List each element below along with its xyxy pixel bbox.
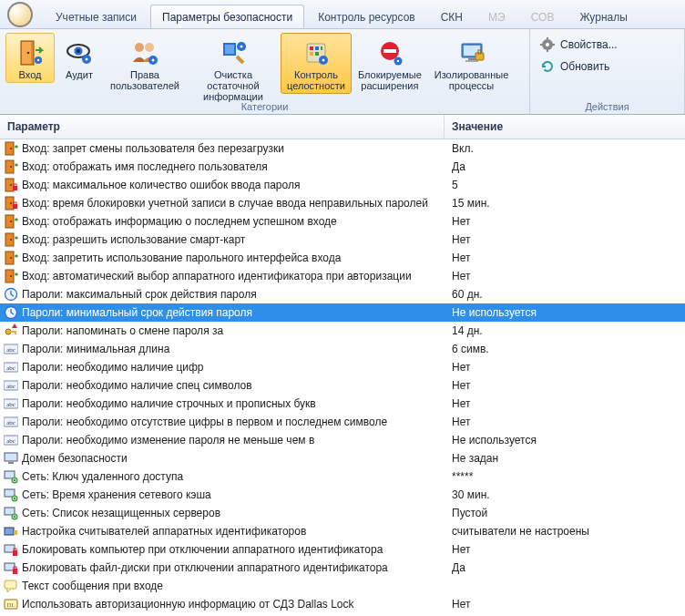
cell-param: Домен безопасности xyxy=(0,451,445,466)
door-lock-icon xyxy=(4,178,18,192)
table-row[interactable]: Пароли: минимальный срок действия пароля… xyxy=(0,303,685,322)
cell-param: Вход: запрет смены пользователя без пере… xyxy=(0,141,445,156)
cell-value: Нет xyxy=(445,252,685,264)
param-text: Пароли: необходимо наличие цифр xyxy=(22,361,204,374)
table-row[interactable]: Пароли: необходимо отсутствие цифры в пе… xyxy=(0,413,685,431)
table-row[interactable]: Блокировать компьютер при отключении апп… xyxy=(0,540,685,559)
gear-icon xyxy=(540,37,555,52)
col-header-param[interactable]: Параметр xyxy=(0,115,445,139)
table-row[interactable]: Пароли: максимальный срок действия парол… xyxy=(0,285,685,303)
table-row[interactable]: Сеть: Ключ удаленного доступа***** xyxy=(0,467,685,486)
table-row[interactable]: Вход: отображать информацию о последнем … xyxy=(0,212,685,231)
door-icon xyxy=(4,159,18,174)
svg-rect-20 xyxy=(315,46,319,50)
table-row[interactable]: Сеть: Список незащищенных серверовПустой xyxy=(0,504,685,522)
cell-param: Пароли: необходимо наличие цифр xyxy=(0,360,445,375)
svg-rect-23 xyxy=(315,52,319,56)
properties-button[interactable]: Свойства... xyxy=(536,35,622,55)
tab-6[interactable]: Журналы xyxy=(567,5,639,28)
cell-value: Вкл. xyxy=(445,142,685,155)
door-login-icon xyxy=(15,37,46,68)
cell-value: Не используется xyxy=(445,306,685,319)
svg-point-25 xyxy=(322,59,324,62)
param-text: Пароли: необходимо наличие спец символов xyxy=(22,379,252,392)
table-row[interactable]: Пароли: необходимо изменение пароля не м… xyxy=(0,431,685,449)
refresh-button[interactable]: Обновить xyxy=(536,56,614,77)
blocked-ext-button[interactable]: Блокируемыерасширения xyxy=(352,33,428,94)
cell-value: Нет xyxy=(445,416,685,428)
table-row[interactable]: Блокировать файл-диски при отключении ап… xyxy=(0,559,685,577)
cell-param: Пароли: необходимо наличие спец символов xyxy=(0,378,445,393)
table-row[interactable]: Домен безопасностиНе задан xyxy=(0,449,685,467)
param-text: Пароли: минимальный срок действия пароля xyxy=(22,306,252,319)
tab-1[interactable]: Параметры безопасности xyxy=(150,5,304,28)
cell-param: Использовать авторизационную информацию … xyxy=(0,597,445,611)
tab-0[interactable]: Учетные записи xyxy=(44,5,148,28)
table-row[interactable]: Вход: автоматический выбор аппаратного и… xyxy=(0,267,685,285)
clock-icon xyxy=(4,287,18,302)
properties-label: Свойства... xyxy=(560,38,618,51)
table-row[interactable]: Вход: запрет смены пользователя без пере… xyxy=(0,139,685,158)
table-row[interactable]: Вход: запретить использование парольного… xyxy=(0,249,685,267)
cell-param: Блокировать компьютер при отключении апп… xyxy=(0,542,445,557)
door-lock-icon xyxy=(4,196,18,210)
login-button[interactable]: Вход xyxy=(5,33,55,83)
param-text: Использовать авторизационную информацию … xyxy=(22,598,354,611)
cell-value: Не задан xyxy=(445,452,685,465)
users-rights-icon xyxy=(129,37,160,68)
cell-value: Нет xyxy=(445,397,685,410)
abc-icon xyxy=(4,433,18,447)
svg-point-4 xyxy=(37,59,39,61)
param-text: Вход: запрет смены пользователя без пере… xyxy=(22,142,284,155)
table-row[interactable]: Пароли: необходимо наличие цифрНет xyxy=(0,358,685,376)
table-row[interactable]: Пароли: напоминать о смене пароля за14 д… xyxy=(0,322,685,340)
door-icon xyxy=(4,269,18,283)
table-row[interactable]: Пароли: минимальная длина6 симв. xyxy=(0,340,685,358)
table-row[interactable]: Пароли: необходимо наличие строчных и пр… xyxy=(0,395,685,413)
table-row[interactable]: Вход: разрешить использование смарт-карт… xyxy=(0,231,685,249)
cell-value: Да xyxy=(445,561,685,574)
cell-value: Нет xyxy=(445,543,685,556)
svg-point-29 xyxy=(397,60,400,63)
cell-param: Вход: запретить использование парольного… xyxy=(0,251,445,265)
table-row[interactable]: Настройка считывателей аппаратных иденти… xyxy=(0,522,685,540)
param-text: Вход: автоматический выбор аппаратного и… xyxy=(22,270,412,282)
ribbon-group-actions: Свойства... Обновить Действия xyxy=(530,29,685,114)
integrity-label: Контрольцелостности xyxy=(287,69,345,91)
cleanup-button[interactable]: Очистка остаточнойинформации xyxy=(186,33,281,105)
audit-button[interactable]: Аудит xyxy=(55,33,104,83)
cell-value: 5 xyxy=(445,179,685,191)
net-icon xyxy=(4,488,18,502)
svg-rect-1 xyxy=(22,42,31,64)
svg-point-9 xyxy=(86,58,88,61)
cell-param: Пароли: напоминать о смене пароля за xyxy=(0,323,445,338)
integrity-button[interactable]: Контрольцелостности xyxy=(281,33,352,94)
cell-param: Пароли: минимальная длина xyxy=(0,342,445,356)
user-rights-button[interactable]: Правапользователей xyxy=(104,33,186,94)
table-row[interactable]: Вход: максимальное количество ошибок вво… xyxy=(0,176,685,194)
monitor-icon xyxy=(4,451,18,466)
table-row[interactable]: Вход: отображать имя последнего пользова… xyxy=(0,158,685,176)
ribbon-group-categories: Вход Аудит Правапользователей Очистка ос… xyxy=(0,29,530,114)
plug-red-icon xyxy=(4,542,18,557)
param-text: Вход: отображать информацию о последнем … xyxy=(22,215,337,228)
param-text: Пароли: необходимо отсутствие цифры в пе… xyxy=(22,416,387,428)
isolated-proc-button[interactable]: Изолированныепроцессы xyxy=(428,33,516,94)
param-text: Текст сообщения при входе xyxy=(22,580,163,592)
table-row[interactable]: Использовать авторизационную информацию … xyxy=(0,595,685,613)
col-header-value[interactable]: Значение xyxy=(445,115,685,139)
cell-value: считыватели не настроены xyxy=(445,525,685,538)
refresh-icon xyxy=(540,59,555,74)
tab-3[interactable]: СКН xyxy=(429,5,475,28)
door-icon xyxy=(4,232,18,247)
app-logo-icon xyxy=(7,2,33,27)
table-row[interactable]: Пароли: необходимо наличие спец символов… xyxy=(0,376,685,395)
table-row[interactable]: Текст сообщения при входе xyxy=(0,577,685,595)
tab-2[interactable]: Контроль ресурсов xyxy=(306,5,427,28)
table-row[interactable]: Вход: время блокировки учетной записи в … xyxy=(0,194,685,212)
cell-value: 6 симв. xyxy=(445,343,685,355)
svg-point-17 xyxy=(240,46,242,48)
group-title-actions: Действия xyxy=(530,101,684,112)
param-text: Пароли: минимальная длина xyxy=(22,343,169,355)
table-row[interactable]: Сеть: Время хранения сетевого кэша30 мин… xyxy=(0,486,685,504)
